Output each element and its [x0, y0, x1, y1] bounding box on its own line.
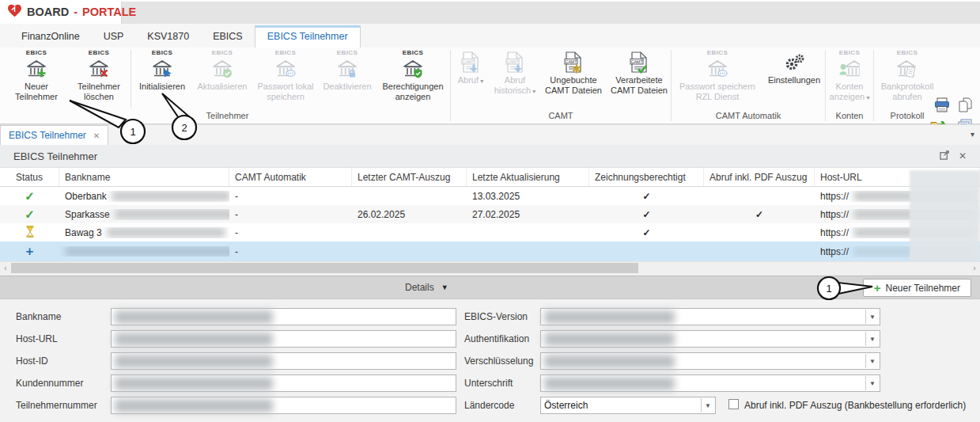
ungebuchte-camt-dateien-button[interactable]: CAMTUngebuchte CAMT Dateien: [539, 48, 607, 111]
tab-close-icon[interactable]: ✕: [93, 131, 100, 140]
camt-download-icon: CAMT: [505, 51, 524, 74]
redacted-region: [910, 170, 980, 260]
bank-lock-icon: [337, 57, 358, 81]
kundennummer-input[interactable]: [111, 374, 456, 392]
dropdown-arrow-icon[interactable]: ▼: [865, 354, 879, 368]
ribbon-group-camt: CAMTAbruf ▾CAMTAbruf historisch ▾CAMTUng…: [451, 48, 671, 124]
scroll-left-icon[interactable]: ‹: [0, 262, 11, 274]
table-row[interactable]: +-https://: [0, 241, 980, 261]
ribbon-tab-ebics-teilnehmer[interactable]: EBICS Teilnehmer: [255, 25, 361, 48]
konten-anzeigen-button[interactable]: EBICSKonten anzeigen ▾: [826, 48, 873, 111]
abruf-button[interactable]: CAMTAbruf ▾: [451, 48, 490, 111]
ribbon-button-label: Berechtigungen anzeigen: [376, 81, 450, 101]
dropdown-arrow-icon[interactable]: ▼: [865, 310, 879, 324]
dropdown-arrow-icon[interactable]: ▼: [701, 398, 714, 412]
teilnehmer-loeschen-button[interactable]: EBICSTeilnehmer löschen: [68, 48, 130, 111]
details-splitter-bar[interactable]: Details ▼ + Neuer Teilnehmer: [0, 276, 980, 299]
scroll-right-icon[interactable]: ›: [969, 262, 980, 274]
berechtigungen-anzeigen-button[interactable]: EBICSBerechtigungen anzeigen: [376, 48, 450, 111]
ribbon-group-konten: EBICSKonten anzeigen ▾Konten: [826, 48, 873, 124]
ebics-version-select[interactable]: ▼: [540, 308, 880, 325]
column-header-status[interactable]: Status: [0, 168, 59, 186]
document-tab-label: EBICS Teilnehmer: [9, 130, 86, 141]
redacted-text: [65, 246, 229, 257]
laendercode-select[interactable]: Österreich▼: [540, 397, 716, 414]
table-cell: ✓: [704, 209, 815, 220]
bankname-input[interactable]: [111, 308, 456, 325]
kundennummer-label: Kundennummer: [16, 378, 83, 389]
dropdown-arrow-icon[interactable]: ▼: [865, 376, 879, 390]
passwort-lokal-speichern-button[interactable]: EBICSPasswort lokal speichern: [252, 48, 319, 111]
column-header-letzte-aktualisierung[interactable]: Letzte Aktualisierung: [467, 168, 589, 186]
table-row[interactable]: ✓Sparkasse-26.02.202527.02.2025✓✓https:/…: [0, 205, 980, 223]
ribbon-tab-ksv1870[interactable]: KSV1870: [135, 26, 201, 48]
horizontal-scrollbar[interactable]: ‹ ›: [0, 261, 980, 274]
passwort-speichern-rzl-dienst-button[interactable]: EBICSPasswort speichern RZL Dienst: [672, 48, 763, 111]
aktualisieren-button[interactable]: EBICSAktualisieren: [192, 48, 252, 111]
ribbon-button-label: Abruf ▾: [456, 74, 486, 87]
details-toggle[interactable]: Details ▼: [405, 282, 448, 293]
ribbon-button-label: Aktualisieren: [196, 81, 249, 92]
unterschrift-select[interactable]: ▼: [540, 374, 880, 392]
ribbon-button-caption: EBICS: [839, 49, 860, 57]
chevron-down-icon[interactable]: ▾: [971, 130, 974, 139]
einstellungen-button[interactable]: Einstellungen: [763, 48, 825, 111]
deaktivieren-button[interactable]: EBICSDeaktivieren: [319, 48, 376, 111]
document-tab-ebics-teilnehmer[interactable]: EBICS Teilnehmer ✕: [0, 125, 108, 145]
ribbon-group-teilnehmer: EBICSNeuer TeilnehmerEBICSTeilnehmer lös…: [5, 48, 450, 124]
svg-text:CAMT: CAMT: [507, 59, 520, 64]
teilnehmernummer-input[interactable]: [111, 397, 456, 414]
table-row[interactable]: Bawag 3-✓https://: [0, 223, 980, 241]
dropdown-caret-icon: ▾: [479, 78, 483, 85]
table-row[interactable]: ✓Oberbank-13.03.2025✓https://: [0, 187, 980, 205]
host-id-label: Host-ID: [16, 355, 48, 367]
bank-protocol-icon: [896, 57, 918, 81]
ribbon-button-caption: EBICS: [337, 49, 358, 57]
ribbon-button-label: Ungebuchte CAMT Dateien: [539, 74, 607, 95]
accounts-icon: [839, 57, 860, 81]
status-pending-hourglass-icon: [25, 226, 35, 240]
redacted-text: [544, 377, 675, 390]
abruf-pdf-checkbox-label: Abruf inkl. PDF Auszug (Bankbestellung e…: [744, 400, 966, 411]
abruf-historisch-button[interactable]: CAMTAbruf historisch ▾: [490, 48, 539, 111]
popout-icon[interactable]: [940, 150, 950, 162]
host-id-input[interactable]: [111, 352, 456, 370]
bank-add-icon: [26, 57, 47, 81]
bank-shield-icon: [403, 57, 423, 81]
redacted-text: [115, 355, 273, 368]
dropdown-arrow-icon[interactable]: ▼: [865, 332, 879, 346]
host-url-input[interactable]: [111, 330, 456, 348]
copy-icon[interactable]: [959, 97, 972, 115]
check-icon: ✓: [642, 227, 650, 238]
ribbon-button-caption: EBICS: [897, 49, 918, 57]
laendercode-value: Österreich: [544, 400, 588, 411]
ribbon-tab-ebics[interactable]: EBICS: [201, 26, 255, 48]
column-header-bankname[interactable]: Bankname: [59, 168, 229, 186]
verschluesselung-select[interactable]: ▼: [540, 352, 880, 370]
ribbon-button-caption: EBICS: [26, 49, 47, 57]
neuer-teilnehmer-button[interactable]: EBICSNeuer Teilnehmer: [5, 48, 68, 111]
table-cell: -: [229, 246, 352, 257]
ribbon-button-label: Konten anzeigen ▾: [826, 81, 873, 103]
column-header-camt-automatik[interactable]: CAMT Automatik: [229, 168, 352, 186]
ribbon-tab-finanzonline[interactable]: FinanzOnline: [9, 26, 92, 48]
dropdown-caret-icon: ▾: [865, 94, 869, 101]
column-header-zeichnungsberechtigt[interactable]: Zeichnungsberechtigt: [589, 168, 704, 186]
abruf-pdf-checkbox[interactable]: [728, 399, 739, 409]
ribbon-group-label: CAMT Automatik: [672, 111, 825, 124]
scrollbar-thumb[interactable]: [11, 263, 638, 273]
column-header-abruf-inkl-pdf-auszug[interactable]: Abruf inkl. PDF Auszug: [704, 168, 815, 186]
redacted-text: [112, 191, 229, 201]
ribbon-tab-usp[interactable]: USP: [92, 26, 136, 48]
authentifikation-select[interactable]: ▼: [540, 330, 880, 348]
table-cell: [59, 246, 229, 257]
close-icon[interactable]: ✕: [959, 150, 967, 162]
new-participant-button[interactable]: + Neuer Teilnehmer: [863, 279, 971, 297]
bank-initialize-icon: [152, 57, 172, 81]
redacted-text: [107, 227, 225, 238]
initialisieren-button[interactable]: EBICSInitialisieren: [132, 48, 192, 111]
status-success-icon: ✓: [25, 207, 35, 222]
verarbeitete-camt-dateien-button[interactable]: CAMTVerarbeitete CAMT Dateien: [607, 48, 671, 111]
print-icon[interactable]: [934, 97, 950, 115]
column-header-letzter-camt-auszug[interactable]: Letzter CAMT-Auszug: [352, 168, 467, 186]
